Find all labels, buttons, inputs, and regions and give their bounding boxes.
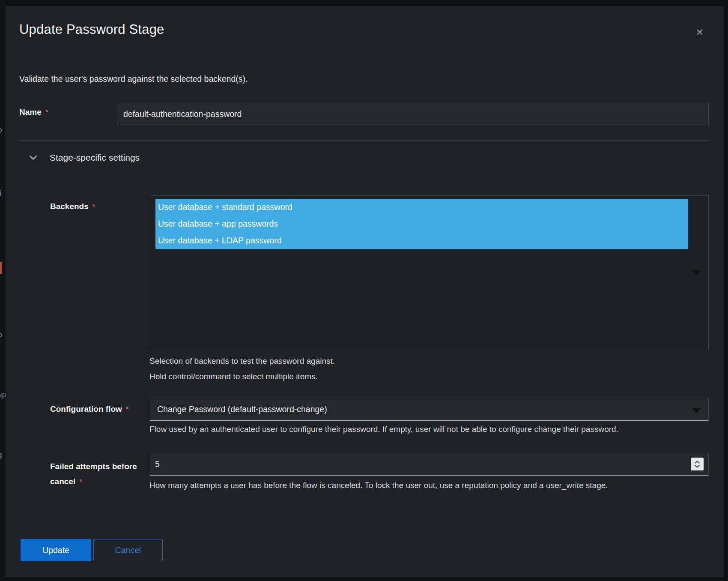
- close-icon: ✕: [696, 27, 704, 38]
- update-button[interactable]: Update: [21, 539, 91, 561]
- backends-option-selected[interactable]: User database + app passwords: [155, 216, 688, 232]
- backends-multiselect[interactable]: User database + standard password User d…: [150, 195, 709, 349]
- backends-option-selected[interactable]: User database + LDAP password: [155, 232, 688, 249]
- backends-help-text: Selection of backends to test the passwo…: [149, 356, 335, 366]
- configuration-flow-help-text: Flow used by an authenticated user to co…: [149, 424, 618, 434]
- form-divider: [19, 141, 709, 141]
- background-text-fragment: up: [0, 390, 6, 399]
- background-red-mark: [0, 262, 2, 274]
- chevron-down-icon: [694, 464, 700, 468]
- required-marker: *: [45, 108, 48, 117]
- backends-option-selected[interactable]: User database + standard password: [155, 199, 688, 216]
- modal-description: Validate the user's password against the…: [19, 74, 248, 84]
- chevron-up-icon: [694, 461, 700, 464]
- select-caret-icon: [692, 270, 701, 275]
- background-text-fragment: p: [0, 330, 2, 339]
- configuration-flow-field-label: Configuration flow*: [50, 404, 128, 415]
- number-stepper[interactable]: [691, 458, 704, 470]
- failed-attempts-input[interactable]: [150, 453, 709, 476]
- chevron-down-icon: [30, 156, 37, 160]
- background-text-fragment: o: [0, 125, 2, 135]
- failed-attempts-field-label: Failed attempts before cancel*: [50, 459, 155, 489]
- required-marker: *: [79, 478, 82, 486]
- section-header-label: Stage-specific settings: [50, 153, 140, 163]
- cancel-button[interactable]: Cancel: [93, 539, 163, 561]
- background-page-edge: o ti p up g: [0, 0, 6, 581]
- update-password-stage-modal: Update Password Stage ✕ Validate the use…: [6, 6, 724, 577]
- required-marker: *: [126, 405, 129, 413]
- backends-field-label: Backends*: [50, 201, 95, 212]
- background-text-fragment: g: [0, 450, 2, 459]
- failed-attempts-help-text: How many attempts a user has before the …: [149, 480, 608, 491]
- configuration-flow-select[interactable]: Change Password (default-password-change…: [150, 398, 709, 421]
- required-marker: *: [92, 203, 95, 211]
- name-field-label: Name*: [19, 107, 48, 118]
- configuration-flow-selected-value: Change Password (default-password-change…: [157, 404, 327, 414]
- stage-specific-settings-toggle[interactable]: Stage-specific settings: [30, 153, 140, 163]
- close-button[interactable]: ✕: [693, 26, 707, 39]
- backends-help-text: Hold control/command to select multiple …: [149, 371, 318, 382]
- modal-title: Update Password Stage: [19, 22, 164, 37]
- name-input[interactable]: [117, 103, 709, 125]
- select-caret-icon: [692, 408, 701, 413]
- background-text-fragment: ti: [0, 189, 2, 198]
